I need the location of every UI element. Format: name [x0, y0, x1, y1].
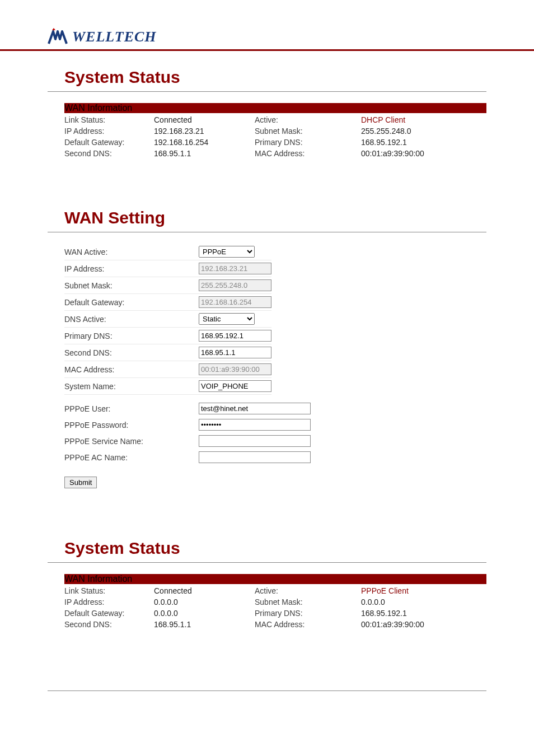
- wan-info-grid-1: Link Status: Connected Active: DHCP Clie…: [64, 113, 486, 158]
- mac-address-label-2: MAC Address:: [255, 620, 361, 629]
- link-status-label-2: Link Status:: [64, 586, 154, 595]
- mac-address-input: [199, 363, 271, 375]
- link-status-value-2: Connected: [154, 586, 255, 595]
- ip-address-label-2: IP Address:: [64, 598, 154, 606]
- ip-address-setting-label: IP Address:: [64, 260, 199, 277]
- mac-address-setting-label: MAC Address:: [64, 361, 199, 378]
- second-dns-label: Second DNS:: [64, 149, 154, 158]
- dns-active-select[interactable]: Static: [199, 313, 255, 325]
- active-value: DHCP Client: [361, 115, 486, 124]
- primary-dns-value: 168.95.192.1: [361, 138, 486, 147]
- primary-dns-label: Primary DNS:: [255, 138, 361, 147]
- subnet-mask-label-2: Subnet Mask:: [255, 598, 361, 606]
- logo-header: WELLTECH: [0, 0, 534, 51]
- footer-rule: [48, 690, 486, 691]
- wan-settings-table: WAN Active: PPPoE IP Address: Subnet Mas…: [64, 244, 271, 395]
- mac-address-value: 00:01:a9:39:90:00: [361, 149, 486, 158]
- primary-dns-label-2: Primary DNS:: [255, 609, 361, 618]
- active-value-2: PPPoE Client: [361, 586, 486, 595]
- default-gateway-label: Default Gateway:: [64, 138, 154, 147]
- logo-text: WELLTECH: [72, 29, 157, 45]
- wan-information-header-2: WAN Information: [64, 574, 486, 584]
- mac-address-label: MAC Address:: [255, 149, 361, 158]
- ip-address-value-2: 0.0.0.0: [154, 598, 255, 606]
- system-name-input[interactable]: [199, 380, 271, 392]
- wan-information-header-1: WAN Information: [64, 103, 486, 113]
- subnet-mask-label: Subnet Mask:: [255, 127, 361, 136]
- second-dns-value-2: 168.95.1.1: [154, 620, 255, 629]
- logo: WELLTECH: [48, 28, 534, 49]
- system-name-label: System Name:: [64, 378, 199, 395]
- subnet-mask-value: 255.255.248.0: [361, 127, 486, 136]
- pppoe-password-label: PPPoE Password:: [64, 417, 199, 433]
- wan-info-grid-2: Link Status: Connected Active: PPPoE Cli…: [64, 584, 486, 629]
- pppoe-user-label: PPPoE User:: [64, 400, 199, 417]
- subnet-mask-input: [199, 279, 271, 291]
- subnet-mask-setting-label: Subnet Mask:: [64, 277, 199, 294]
- ip-address-label: IP Address:: [64, 127, 154, 136]
- pppoe-settings-table: PPPoE User: PPPoE Password: PPPoE Servic…: [64, 400, 311, 465]
- default-gateway-input: [199, 296, 271, 308]
- pppoe-ac-name-label: PPPoE AC Name:: [64, 449, 199, 465]
- second-dns-setting-label: Second DNS:: [64, 344, 199, 361]
- default-gateway-value-2: 0.0.0.0: [154, 609, 255, 618]
- default-gateway-label-2: Default Gateway:: [64, 609, 154, 618]
- wan-active-label: WAN Active:: [64, 244, 199, 260]
- default-gateway-setting-label: Default Gateway:: [64, 294, 199, 311]
- wan-active-select[interactable]: PPPoE: [199, 246, 255, 258]
- pppoe-service-name-label: PPPoE Service Name:: [64, 433, 199, 449]
- active-label: Active:: [255, 115, 361, 124]
- link-status-label: Link Status:: [64, 115, 154, 124]
- second-dns-value: 168.95.1.1: [154, 149, 255, 158]
- pppoe-ac-name-input[interactable]: [199, 451, 311, 463]
- primary-dns-setting-label: Primary DNS:: [64, 328, 199, 344]
- submit-button[interactable]: Submit: [64, 477, 97, 488]
- ip-address-value: 192.168.23.21: [154, 127, 255, 136]
- default-gateway-value: 192.168.16.254: [154, 138, 255, 147]
- page-title-wan-setting: WAN Setting: [48, 203, 486, 232]
- page-title-system-status-1: System Status: [48, 62, 486, 92]
- second-dns-label-2: Second DNS:: [64, 620, 154, 629]
- active-label-2: Active:: [255, 586, 361, 595]
- primary-dns-input[interactable]: [199, 330, 271, 342]
- pppoe-password-input[interactable]: [199, 419, 311, 431]
- link-status-value: Connected: [154, 115, 255, 124]
- mac-address-value-2: 00:01:a9:39:90:00: [361, 620, 486, 629]
- pppoe-service-name-input[interactable]: [199, 435, 311, 447]
- ip-address-input: [199, 263, 271, 274]
- second-dns-input[interactable]: [199, 347, 271, 358]
- primary-dns-value-2: 168.95.192.1: [361, 609, 486, 618]
- page-title-system-status-2: System Status: [48, 533, 486, 563]
- subnet-mask-value-2: 0.0.0.0: [361, 598, 486, 606]
- dns-active-label: DNS Active:: [64, 311, 199, 328]
- welltech-logo-icon: [48, 28, 70, 46]
- pppoe-user-input[interactable]: [199, 403, 311, 414]
